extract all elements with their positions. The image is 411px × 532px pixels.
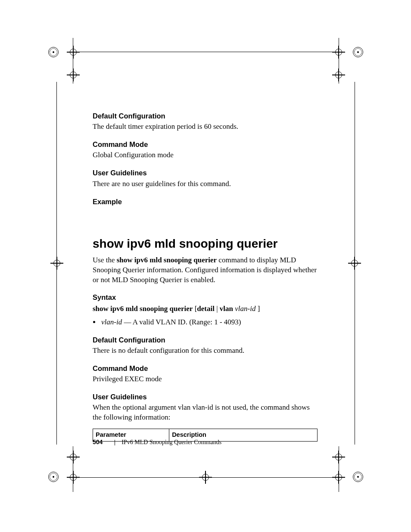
heading-default-configuration: Default Configuration — [93, 335, 318, 345]
body-text: There is no default configuration for th… — [93, 346, 318, 356]
crop-mark-rosette — [353, 472, 363, 482]
list-item: vlan-id — A valid VLAN ID. (Range: 1 - 4… — [100, 317, 318, 327]
syntax-line: show ipv6 mld snooping querier [detail |… — [93, 304, 318, 314]
body-text: Global Configuration mode — [93, 150, 318, 160]
syntax-bullet-list: vlan-id — A valid VLAN ID. (Range: 1 - 4… — [100, 317, 318, 327]
heading-syntax: Syntax — [93, 292, 318, 302]
body-text: When the optional argument vlan vlan-id … — [93, 403, 318, 423]
text: A valid VLAN ID. (Range: 1 - 4093) — [133, 318, 241, 326]
command-description: Use the show ipv6 mld snooping querier c… — [93, 255, 318, 285]
chapter-title: IPv6 MLD Snooping Querier Commands — [121, 439, 221, 445]
registration-mark-icon — [68, 452, 78, 462]
crop-line — [73, 446, 73, 492]
syntax-keyword: detail — [197, 305, 215, 313]
text: | — [215, 305, 220, 313]
document-page: Default Configuration The default timer … — [0, 0, 411, 532]
heading-user-guidelines: User Guidelines — [93, 392, 318, 401]
syntax-variable: vlan-id — [101, 318, 122, 326]
text: — — [122, 318, 133, 326]
text: ] — [255, 305, 260, 313]
registration-mark-icon — [68, 47, 78, 57]
text: [ — [193, 305, 197, 313]
footer-divider — [115, 440, 115, 445]
body-text: Privileged EXEC mode — [93, 374, 318, 384]
registration-mark-icon — [52, 258, 62, 268]
crop-mark-rosette — [48, 47, 59, 57]
syntax-keyword: show ipv6 mld snooping querier — [93, 305, 193, 313]
crop-line — [73, 38, 73, 84]
crop-line — [339, 446, 339, 492]
page-content: Default Configuration The default timer … — [93, 111, 318, 442]
body-text: The default timer expiration period is 6… — [93, 122, 318, 132]
page-number: 504 — [93, 439, 103, 445]
heading-command-mode: Command Mode — [93, 364, 318, 373]
heading-default-configuration: Default Configuration — [93, 111, 318, 121]
crop-line — [355, 82, 355, 445]
crop-line — [75, 477, 337, 478]
page-footer: 504 IPv6 MLD Snooping Querier Commands — [93, 438, 221, 447]
body-text: There are no user guidelines for this co… — [93, 179, 318, 189]
crop-line — [339, 38, 339, 84]
text: Use the — [93, 256, 117, 264]
heading-command-mode: Command Mode — [93, 140, 318, 149]
syntax-variable: vlan-id — [235, 305, 255, 313]
heading-user-guidelines: User Guidelines — [93, 168, 318, 177]
crop-mark-rosette — [353, 47, 363, 57]
crop-line — [56, 82, 57, 445]
heading-example: Example — [93, 197, 318, 206]
registration-mark-icon — [68, 70, 78, 80]
command-title: show ipv6 mld snooping querier — [93, 236, 318, 252]
crop-line — [75, 52, 337, 52]
syntax-keyword: vlan — [220, 305, 233, 313]
command-name-inline: show ipv6 mld snooping querier — [117, 256, 217, 264]
crop-mark-rosette — [48, 472, 59, 482]
